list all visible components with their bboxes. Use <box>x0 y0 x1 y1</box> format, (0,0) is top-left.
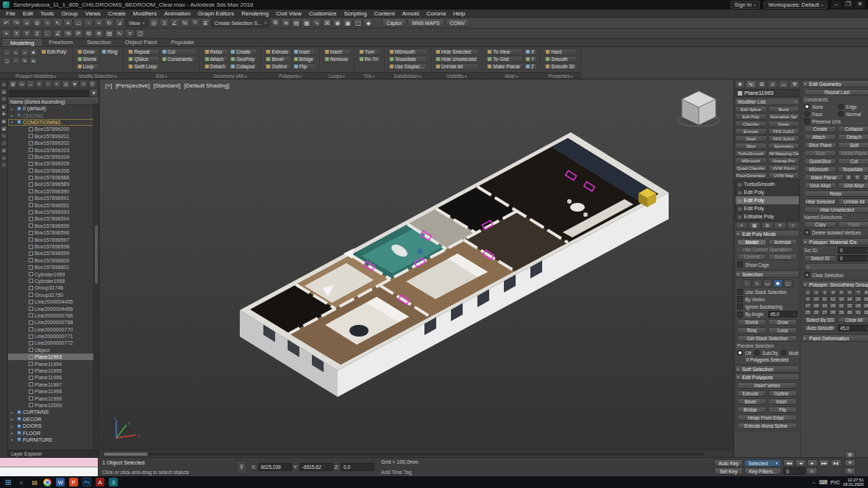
delete-isolated-vertices-checkbox[interactable]: Delete Isolated Vertices <box>804 229 868 235</box>
smoothing-group-button[interactable]: 4 <box>829 290 836 295</box>
remove-modifier-icon[interactable]: ✕ <box>774 222 786 229</box>
scene-row[interactable]: Cylinder1959 <box>8 270 99 277</box>
scene-row[interactable]: Plane11995 <box>8 367 99 374</box>
constraint-normal-radio[interactable]: Normal <box>838 111 868 117</box>
ribbon-panel-title[interactable]: Loops <box>320 72 354 79</box>
snap-2d-icon[interactable]: ⌖ <box>1 29 11 38</box>
search-icon[interactable]: ○ <box>15 477 27 487</box>
rollout-header[interactable]: Soft Selection <box>735 365 800 373</box>
repeat-last-button[interactable]: Repeat Last <box>804 89 868 96</box>
ribbon-button[interactable]: Shrink <box>76 56 99 62</box>
clear-all-button[interactable]: Clear All <box>838 317 868 323</box>
mirror-tool-icon[interactable]: ⧉ <box>84 29 93 38</box>
show-end-result-icon[interactable]: ▦ <box>748 222 760 229</box>
percent-snap-toggle-icon[interactable]: % <box>63 29 73 38</box>
menu-item[interactable]: Tools <box>37 10 58 17</box>
ribbon-button[interactable]: Hide Selected <box>434 49 480 55</box>
smoothing-group-button[interactable]: 15 <box>854 296 861 302</box>
modifier-stack-item[interactable]: ◎ Edit Poly <box>736 204 799 212</box>
scene-row[interactable]: Box157896590 <box>8 188 99 195</box>
modifier-visibility-icon[interactable]: ◎ <box>738 182 741 187</box>
modifier-preset-button[interactable]: UVW Map <box>768 172 800 179</box>
set-id-spinner[interactable]: 0 <box>838 247 868 254</box>
constraint-edge-radio[interactable]: Edge <box>838 104 868 110</box>
scene-row[interactable]: Plane11994 <box>8 360 99 367</box>
ribbon-button[interactable]: QSlice <box>127 56 159 62</box>
insert-vertex-button[interactable]: Insert Vertex <box>737 382 797 389</box>
explorer-group-icon[interactable]: ⊞ <box>1 147 7 154</box>
modifier-stack-item[interactable]: ◎ TurboSmooth <box>736 180 799 188</box>
reset-plane-button[interactable]: Reset Plane <box>838 150 868 157</box>
slice-plane-button[interactable]: Slice Plane <box>804 142 836 148</box>
grid-align-button[interactable]: Grid Align <box>838 182 868 189</box>
scene-row[interactable]: Object <box>8 347 99 354</box>
angle-snap-icon[interactable]: ∠ <box>170 18 179 27</box>
ribbon-button[interactable]: Extrude <box>264 49 291 55</box>
ribbon-button[interactable]: Grow <box>76 49 99 55</box>
smoothing-group-button[interactable]: 3 <box>821 290 828 295</box>
ribbon-button[interactable]: Remove <box>323 56 351 62</box>
scene-row[interactable]: Box157899200 <box>8 126 99 132</box>
menu-item[interactable]: Group <box>57 10 81 17</box>
hide-selected-button[interactable]: Hide Selected <box>804 198 836 205</box>
ribbon-button[interactable]: Edit Poly <box>40 49 69 55</box>
scene-row[interactable]: CURTAINS <box>8 409 99 415</box>
clear-selection-checkbox[interactable]: Clear Selection <box>804 272 868 278</box>
menu-item[interactable]: Content <box>371 10 399 17</box>
collapse-all-icon[interactable]: − <box>44 80 52 88</box>
by-vertex-checkbox[interactable]: By Vertex <box>737 296 797 302</box>
material-id-name-dropdown[interactable] <box>804 263 868 270</box>
shrink-button[interactable]: Shrink <box>737 319 766 326</box>
start-button[interactable]: ⊞ <box>2 477 14 487</box>
scene-row[interactable]: Box157899205 <box>8 160 99 167</box>
smoothing-group-button[interactable]: 31 <box>854 309 861 315</box>
smoothing-group-button[interactable]: 26 <box>812 309 819 315</box>
flip-button[interactable]: Flip <box>768 406 797 413</box>
element-subobject-icon[interactable]: ◻ <box>783 279 793 287</box>
detach-button[interactable]: Detach <box>838 134 868 140</box>
scene-row[interactable]: Line2000000772 <box>8 340 99 346</box>
select-by-name-icon[interactable]: ≡ <box>63 18 73 27</box>
modifier-visibility-icon[interactable]: ◎ <box>738 206 741 211</box>
scene-row[interactable]: Cylinder1958 <box>8 278 99 284</box>
modifier-stack-item[interactable]: ◎ Editable Poly <box>736 212 799 220</box>
expand-all-icon[interactable]: + <box>35 80 43 88</box>
menu-item[interactable]: File <box>2 10 19 17</box>
ribbon-button[interactable]: Turn <box>357 49 381 55</box>
render-setup-icon[interactable]: ▣ <box>343 18 352 27</box>
select-by-sg-button[interactable]: Select By SG <box>804 317 836 323</box>
menu-item[interactable]: Scripting <box>340 10 370 17</box>
orbit-icon[interactable]: ↻ <box>844 467 855 475</box>
ribbon-button[interactable]: Relax <box>203 49 229 55</box>
modifier-visibility-icon[interactable]: ◎ <box>738 190 741 195</box>
vertex-subobject-icon[interactable]: ∴ <box>742 279 752 287</box>
explorer-config-icon[interactable]: ⌗ <box>79 80 88 88</box>
expand-arrow-icon[interactable] <box>11 410 15 415</box>
explorer-sort-icon[interactable]: ≡ <box>1 81 7 87</box>
pick-parent-icon[interactable]: ↖ <box>53 80 61 88</box>
modifier-preset-button[interactable]: Quad Chamfer <box>735 165 767 171</box>
ribbon-icon[interactable]: ■ <box>29 49 38 56</box>
configure-modifier-sets-icon[interactable]: ⌗ <box>787 222 799 229</box>
modifier-preset-button[interactable]: MSmooth <box>735 157 767 164</box>
preview-subobj-radio[interactable]: SubObj <box>754 350 778 356</box>
ribbon-button[interactable]: Smooth 30 <box>544 63 577 70</box>
smoothing-group-button[interactable]: 29 <box>838 309 845 315</box>
make-planar-button[interactable]: Make Planar <box>804 174 844 181</box>
search-filter-icon[interactable]: ▼ <box>90 89 98 97</box>
view-align-button[interactable]: View Align <box>804 182 836 189</box>
smoothing-group-button[interactable]: 14 <box>846 296 853 302</box>
key-filters-button[interactable]: Key Filters... <box>744 467 781 475</box>
by-angle-spinner[interactable]: 45,0 <box>768 311 797 317</box>
attach-button[interactable]: Attach <box>804 134 836 140</box>
planar-y-button[interactable]: Y <box>853 174 861 181</box>
scene-row[interactable]: Line2000000766 <box>8 312 99 319</box>
scene-row[interactable]: Box157896601 <box>8 264 99 270</box>
smoothing-group-button[interactable]: 20 <box>829 303 836 309</box>
smoothing-group-button[interactable]: 22 <box>846 303 853 309</box>
msmooth-button[interactable]: MSmooth <box>804 166 836 173</box>
menu-item[interactable]: Animation <box>160 10 194 17</box>
ribbon-panel-title[interactable]: Modify Selection <box>73 72 124 79</box>
model-mode-button[interactable]: Model <box>737 239 766 245</box>
ribbon-button[interactable]: GeoPoly <box>229 56 257 62</box>
